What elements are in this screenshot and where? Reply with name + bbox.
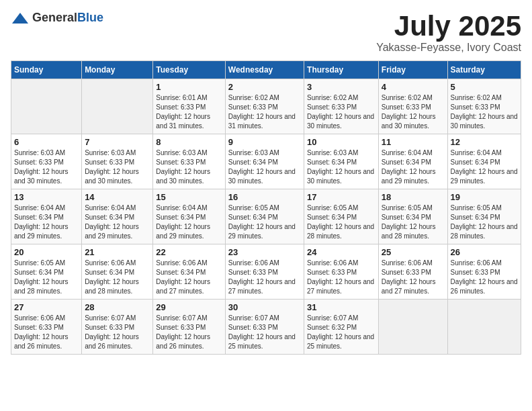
day-info: Sunrise: 6:04 AMSunset: 6:34 PMDaylight:…	[382, 148, 445, 186]
day-number: 12	[451, 137, 518, 147]
calendar-cell: 22Sunrise: 6:06 AMSunset: 6:34 PMDayligh…	[153, 244, 225, 300]
day-number: 30	[228, 302, 301, 312]
day-number: 11	[382, 137, 445, 147]
day-info: Sunrise: 6:03 AMSunset: 6:34 PMDaylight:…	[228, 148, 301, 186]
logo-icon	[11, 11, 30, 25]
weekday-header-wednesday: Wednesday	[225, 61, 304, 79]
day-info: Sunrise: 6:02 AMSunset: 6:33 PMDaylight:…	[451, 93, 518, 131]
day-number: 7	[85, 137, 150, 147]
calendar-week-5: 27Sunrise: 6:06 AMSunset: 6:33 PMDayligh…	[11, 300, 521, 355]
day-info: Sunrise: 6:01 AMSunset: 6:33 PMDaylight:…	[156, 93, 222, 131]
day-number: 27	[14, 302, 79, 312]
day-info: Sunrise: 6:04 AMSunset: 6:34 PMDaylight:…	[85, 203, 150, 241]
weekday-header-monday: Monday	[82, 61, 153, 79]
calendar-cell: 2Sunrise: 6:02 AMSunset: 6:33 PMDaylight…	[225, 79, 304, 134]
day-info: Sunrise: 6:06 AMSunset: 6:33 PMDaylight:…	[307, 259, 375, 296]
subtitle: Yakasse-Feyasse, Ivory Coast	[376, 42, 521, 54]
calendar-cell: 29Sunrise: 6:07 AMSunset: 6:33 PMDayligh…	[153, 300, 225, 355]
calendar-cell: 17Sunrise: 6:05 AMSunset: 6:34 PMDayligh…	[304, 189, 379, 244]
day-number: 21	[85, 247, 150, 257]
calendar-cell: 18Sunrise: 6:05 AMSunset: 6:34 PMDayligh…	[378, 189, 447, 244]
day-number: 13	[14, 192, 79, 202]
calendar-cell: 13Sunrise: 6:04 AMSunset: 6:34 PMDayligh…	[11, 189, 82, 244]
calendar-cell: 11Sunrise: 6:04 AMSunset: 6:34 PMDayligh…	[378, 134, 447, 189]
day-number: 26	[451, 247, 518, 257]
day-number: 1	[156, 82, 222, 92]
day-number: 5	[451, 82, 518, 92]
calendar-cell: 1Sunrise: 6:01 AMSunset: 6:33 PMDaylight…	[153, 79, 225, 134]
day-info: Sunrise: 6:05 AMSunset: 6:34 PMDaylight:…	[451, 203, 518, 241]
day-number: 23	[228, 247, 301, 257]
calendar-body: 1Sunrise: 6:01 AMSunset: 6:33 PMDaylight…	[11, 79, 521, 355]
day-info: Sunrise: 6:03 AMSunset: 6:33 PMDaylight:…	[156, 148, 222, 186]
calendar-cell: 27Sunrise: 6:06 AMSunset: 6:33 PMDayligh…	[11, 300, 82, 355]
day-number: 17	[307, 192, 375, 202]
day-info: Sunrise: 6:03 AMSunset: 6:33 PMDaylight:…	[85, 148, 150, 186]
day-info: Sunrise: 6:07 AMSunset: 6:32 PMDaylight:…	[307, 314, 375, 351]
calendar-cell	[447, 300, 521, 355]
calendar-cell: 16Sunrise: 6:05 AMSunset: 6:34 PMDayligh…	[225, 189, 304, 244]
day-number: 15	[156, 192, 222, 202]
calendar-cell: 19Sunrise: 6:05 AMSunset: 6:34 PMDayligh…	[447, 189, 521, 244]
day-number: 19	[451, 192, 518, 202]
logo-text-blue: Blue	[77, 11, 103, 24]
day-info: Sunrise: 6:04 AMSunset: 6:34 PMDaylight:…	[156, 203, 222, 241]
calendar-week-1: 1Sunrise: 6:01 AMSunset: 6:33 PMDaylight…	[11, 79, 521, 134]
day-info: Sunrise: 6:06 AMSunset: 6:33 PMDaylight:…	[228, 259, 301, 296]
day-info: Sunrise: 6:06 AMSunset: 6:34 PMDaylight:…	[85, 259, 150, 296]
calendar-cell: 8Sunrise: 6:03 AMSunset: 6:33 PMDaylight…	[153, 134, 225, 189]
day-info: Sunrise: 6:03 AMSunset: 6:33 PMDaylight:…	[14, 148, 79, 186]
day-number: 4	[382, 82, 445, 92]
calendar-cell: 28Sunrise: 6:07 AMSunset: 6:33 PMDayligh…	[82, 300, 153, 355]
calendar-cell: 10Sunrise: 6:03 AMSunset: 6:34 PMDayligh…	[304, 134, 379, 189]
calendar-cell: 5Sunrise: 6:02 AMSunset: 6:33 PMDaylight…	[447, 79, 521, 134]
weekday-header-thursday: Thursday	[304, 61, 379, 79]
calendar-week-2: 6Sunrise: 6:03 AMSunset: 6:33 PMDaylight…	[11, 134, 521, 189]
calendar-cell: 12Sunrise: 6:04 AMSunset: 6:34 PMDayligh…	[447, 134, 521, 189]
logo: GeneralBlue	[11, 11, 103, 25]
day-number: 2	[228, 82, 301, 92]
calendar-cell: 9Sunrise: 6:03 AMSunset: 6:34 PMDaylight…	[225, 134, 304, 189]
day-number: 9	[228, 137, 301, 147]
calendar-week-4: 20Sunrise: 6:05 AMSunset: 6:34 PMDayligh…	[11, 244, 521, 300]
day-number: 20	[14, 247, 79, 257]
calendar-cell	[11, 79, 82, 134]
day-info: Sunrise: 6:02 AMSunset: 6:33 PMDaylight:…	[307, 93, 375, 131]
calendar-cell: 15Sunrise: 6:04 AMSunset: 6:34 PMDayligh…	[153, 189, 225, 244]
day-number: 6	[14, 137, 79, 147]
day-info: Sunrise: 6:02 AMSunset: 6:33 PMDaylight:…	[382, 93, 445, 131]
calendar-cell: 26Sunrise: 6:06 AMSunset: 6:33 PMDayligh…	[447, 244, 521, 300]
weekday-header-tuesday: Tuesday	[153, 61, 225, 79]
calendar-cell: 6Sunrise: 6:03 AMSunset: 6:33 PMDaylight…	[11, 134, 82, 189]
day-info: Sunrise: 6:06 AMSunset: 6:34 PMDaylight:…	[156, 259, 222, 296]
day-info: Sunrise: 6:05 AMSunset: 6:34 PMDaylight:…	[382, 203, 445, 241]
calendar-cell	[82, 79, 153, 134]
day-info: Sunrise: 6:05 AMSunset: 6:34 PMDaylight:…	[307, 203, 375, 241]
day-info: Sunrise: 6:06 AMSunset: 6:33 PMDaylight:…	[14, 314, 79, 351]
day-number: 8	[156, 137, 222, 147]
title-area: July 2025 Yakasse-Feyasse, Ivory Coast	[376, 11, 521, 54]
day-info: Sunrise: 6:06 AMSunset: 6:33 PMDaylight:…	[451, 259, 518, 296]
calendar-cell: 14Sunrise: 6:04 AMSunset: 6:34 PMDayligh…	[82, 189, 153, 244]
day-info: Sunrise: 6:05 AMSunset: 6:34 PMDaylight:…	[14, 259, 79, 296]
day-number: 18	[382, 192, 445, 202]
day-number: 25	[382, 247, 445, 257]
calendar-cell: 30Sunrise: 6:07 AMSunset: 6:33 PMDayligh…	[225, 300, 304, 355]
calendar-cell: 24Sunrise: 6:06 AMSunset: 6:33 PMDayligh…	[304, 244, 379, 300]
main-title: July 2025	[376, 11, 521, 42]
day-number: 14	[85, 192, 150, 202]
day-info: Sunrise: 6:06 AMSunset: 6:33 PMDaylight:…	[382, 259, 445, 296]
calendar-cell: 23Sunrise: 6:06 AMSunset: 6:33 PMDayligh…	[225, 244, 304, 300]
calendar-cell: 25Sunrise: 6:06 AMSunset: 6:33 PMDayligh…	[378, 244, 447, 300]
day-number: 24	[307, 247, 375, 257]
day-info: Sunrise: 6:05 AMSunset: 6:34 PMDaylight:…	[228, 203, 301, 241]
day-number: 10	[307, 137, 375, 147]
header: GeneralBlue July 2025 Yakasse-Feyasse, I…	[11, 11, 521, 54]
calendar-cell: 21Sunrise: 6:06 AMSunset: 6:34 PMDayligh…	[82, 244, 153, 300]
day-number: 31	[307, 302, 375, 312]
weekday-header-row: SundayMondayTuesdayWednesdayThursdayFrid…	[11, 61, 521, 79]
calendar-cell: 31Sunrise: 6:07 AMSunset: 6:32 PMDayligh…	[304, 300, 379, 355]
calendar-table: SundayMondayTuesdayWednesdayThursdayFrid…	[11, 60, 521, 355]
day-number: 16	[228, 192, 301, 202]
day-info: Sunrise: 6:07 AMSunset: 6:33 PMDaylight:…	[156, 314, 222, 351]
